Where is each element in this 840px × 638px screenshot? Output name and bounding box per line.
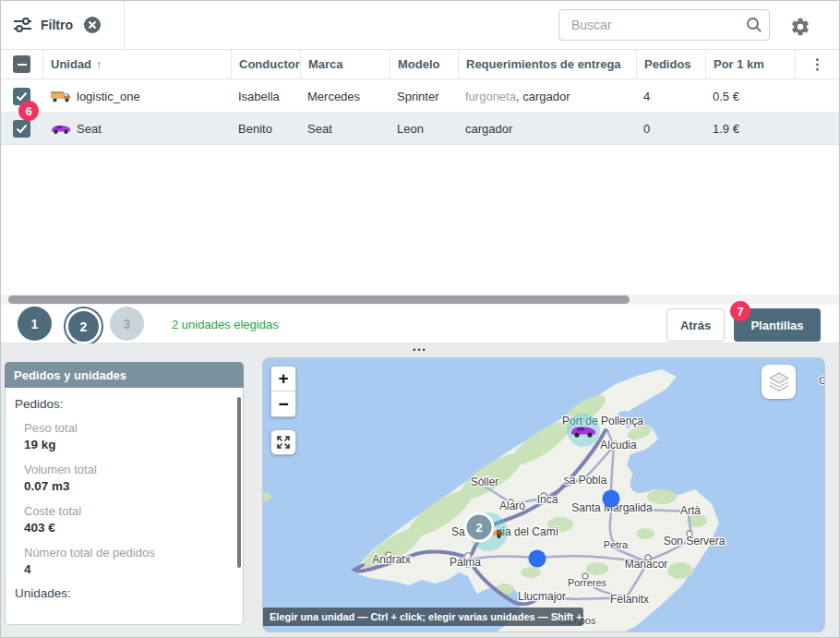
wizard-footer: 1 2 3 2 unidades elegidas Atrás Plantill… xyxy=(1,305,839,343)
row-checkbox[interactable] xyxy=(13,120,30,138)
filter-clear-icon[interactable] xyxy=(82,15,102,35)
bottom-section: ••• Pedidos y unidades Pedidos: Peso tot… xyxy=(1,343,839,637)
table-header-row: Unidad ↑ Conductor Marca Modelo Requerim… xyxy=(1,49,839,79)
map-label-edge-cut: C xyxy=(819,375,825,386)
unit-cell: Seat xyxy=(42,113,231,144)
summary-item-label: Volumen total xyxy=(24,462,232,477)
column-header-requerimientos[interactable]: Requerimientos de entrega xyxy=(458,50,636,78)
map-label-manacor: Manacor xyxy=(625,558,668,571)
map-zoom-control: + − xyxy=(270,366,296,417)
unit-name: Seat xyxy=(77,122,102,136)
map-hint-bar: Elegir una unidad — Ctrl + click; elegir… xyxy=(263,608,583,626)
column-label: Pedidos xyxy=(644,57,691,71)
table-row-logistic-one[interactable]: logistic_one Isabella Mercedes Sprinter … xyxy=(1,80,839,113)
requerimientos-cell: cargador xyxy=(458,113,636,144)
map-label-alcudia: Alcudia xyxy=(600,439,637,451)
column-label: Unidad xyxy=(51,57,91,71)
map-order-marker-north[interactable] xyxy=(603,490,620,508)
column-header-unidad[interactable]: Unidad ↑ xyxy=(42,50,231,78)
modelo-cell: Leon xyxy=(390,113,458,144)
column-header-pedidos[interactable]: Pedidos xyxy=(636,50,705,78)
vertical-scrollbar-thumb[interactable] xyxy=(237,397,241,568)
map-layers-button[interactable] xyxy=(762,365,796,399)
horizontal-scrollbar-track[interactable] xyxy=(1,295,839,305)
summary-item-label: Coste total xyxy=(24,503,232,519)
step-3[interactable]: 3 xyxy=(110,307,144,341)
step-1[interactable]: 1 xyxy=(18,307,52,341)
req-secondary: furgoneta xyxy=(465,90,516,103)
summary-item-volumen: Volumen total 0.07 m3 xyxy=(24,462,232,495)
row-menu-cell xyxy=(795,80,839,112)
req-separator: , xyxy=(516,90,522,103)
summary-item-value: 403 € xyxy=(24,519,232,536)
toolbar-separator xyxy=(124,1,125,49)
annotation-badge-7: 7 xyxy=(730,301,750,321)
app-window: Filtro xyxy=(0,0,840,638)
fullscreen-icon xyxy=(276,435,291,450)
column-header-marca[interactable]: Marca xyxy=(300,50,390,78)
settings-gear-icon xyxy=(790,17,810,37)
marca-cell: Mercedes xyxy=(300,80,390,112)
map-cluster-marker[interactable]: 2 xyxy=(465,513,493,541)
filter-label: Filtro xyxy=(41,18,73,32)
map-label-alaro: Alaró xyxy=(499,500,525,512)
req-primary: cargador xyxy=(465,122,512,136)
map-label-sa-pobla: sa Pobla xyxy=(564,474,607,487)
check-icon xyxy=(16,124,28,134)
summary-item-value: 19 kg xyxy=(24,436,232,453)
map-order-marker-south[interactable] xyxy=(529,550,546,568)
check-icon xyxy=(16,91,28,102)
summary-panel-title: Pedidos y unidades xyxy=(5,362,244,388)
horizontal-scrollbar-thumb[interactable] xyxy=(8,295,630,304)
summary-panel: Pedidos y unidades Pedidos: Peso total 1… xyxy=(5,362,244,627)
column-header-por-km[interactable]: Por 1 km xyxy=(705,50,795,78)
por-km-cell: 1.9 € xyxy=(705,113,795,144)
column-menu-icon: ⋮ xyxy=(810,57,825,72)
summary-item-numero-pedidos: Número total de pedidos 4 xyxy=(24,545,232,578)
conductor-cell: Benito xyxy=(231,113,300,144)
column-label: Marca xyxy=(308,57,343,71)
column-header-modelo[interactable]: Modelo xyxy=(390,50,458,78)
summary-item-label: Número total de pedidos xyxy=(24,545,232,560)
summary-item-value: 0.07 m3 xyxy=(24,477,232,495)
map-label-palma: Palma xyxy=(450,556,481,569)
fullscreen-button[interactable] xyxy=(270,429,296,455)
select-all-checkbox[interactable] xyxy=(13,55,30,73)
selection-status-text: 2 unidades elegidas xyxy=(172,305,279,343)
summary-item-label: Peso total xyxy=(24,420,232,436)
zoom-out-button[interactable]: − xyxy=(271,391,295,416)
summary-item-value: 4 xyxy=(24,560,232,578)
pedidos-cell: 4 xyxy=(636,80,705,112)
row-menu-cell xyxy=(795,113,839,144)
map-label-son-servera: Son Servera xyxy=(664,535,726,548)
search-input[interactable] xyxy=(559,18,746,32)
column-label: Requerimientos de entrega xyxy=(466,57,621,71)
zoom-in-button[interactable]: + xyxy=(271,367,295,391)
back-button[interactable]: Atrás xyxy=(666,308,725,342)
map-label-arta: Artà xyxy=(680,504,701,517)
unit-name: logistic_one xyxy=(77,90,140,103)
select-all-cell xyxy=(1,50,42,78)
unidades-heading: Unidades: xyxy=(15,586,232,600)
column-header-conductor[interactable]: Conductor xyxy=(231,50,300,78)
cluster-count: 2 xyxy=(475,521,482,535)
unit-cell: logistic_one xyxy=(42,80,231,112)
panel-resize-handle[interactable]: ••• xyxy=(1,343,839,356)
map-label-soller: Sóller xyxy=(471,475,499,488)
settings-button[interactable] xyxy=(788,15,812,39)
map-canvas[interactable]: Port de Pollença Alcudia Sóller sa Pobla… xyxy=(263,358,825,632)
step-2-active[interactable]: 2 xyxy=(66,308,102,344)
car-icon xyxy=(50,122,72,135)
pedidos-cell: 0 xyxy=(636,113,705,144)
layers-icon xyxy=(768,371,790,393)
map-panel[interactable]: Port de Pollença Alcudia Sóller sa Pobla… xyxy=(262,357,825,632)
sort-ascending-icon: ↑ xyxy=(96,57,102,71)
filter-button[interactable]: Filtro xyxy=(14,12,102,38)
marca-cell: Seat xyxy=(300,113,390,144)
req-primary: cargador xyxy=(522,90,570,103)
indeterminate-mark xyxy=(18,64,27,66)
toolbar: Filtro xyxy=(1,1,839,49)
table-row-seat[interactable]: Seat Benito Seat Leon cargador 0 1.9 € xyxy=(1,113,839,145)
column-menu-button[interactable]: ⋮ xyxy=(795,50,839,78)
annotation-badge-6: 6 xyxy=(18,101,39,121)
